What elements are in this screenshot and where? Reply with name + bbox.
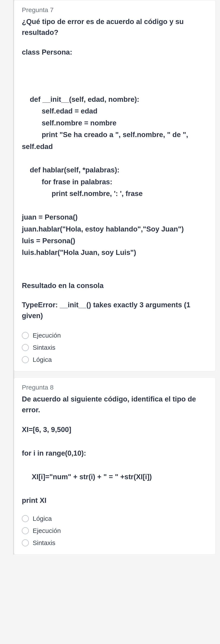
radio-icon xyxy=(22,540,29,546)
option-logica[interactable]: Lógica xyxy=(22,515,208,522)
result-label: Resultado en la consola xyxy=(22,280,208,291)
radio-icon xyxy=(22,344,29,351)
options-group: Lógica Ejecución Sintaxis xyxy=(22,515,208,546)
question-prompt: ¿Qué tipo de error es de acuerdo al códi… xyxy=(22,16,208,38)
radio-icon xyxy=(22,332,29,339)
question-prompt: De acuerdo al siguiente código, identifi… xyxy=(22,394,208,415)
question-card-7: Pregunta 7 ¿Qué tipo de error es de acue… xyxy=(14,0,216,371)
result-text: TypeError: __init__() takes exactly 3 ar… xyxy=(22,300,208,321)
quiz-container: Pregunta 7 ¿Qué tipo de error es de acue… xyxy=(13,0,216,554)
code-block: class Persona: def __init__(self, edad, … xyxy=(22,46,208,258)
radio-icon xyxy=(22,515,29,522)
radio-icon xyxy=(22,527,29,534)
option-label: Lógica xyxy=(33,515,52,522)
option-label: Ejecución xyxy=(33,332,61,339)
option-label: Ejecución xyxy=(33,527,61,534)
option-label: Lógica xyxy=(33,356,52,363)
option-ejecucion[interactable]: Ejecución xyxy=(22,527,208,534)
question-card-8: Pregunta 8 De acuerdo al siguiente códig… xyxy=(14,378,216,554)
code-block: XI=[6, 3, 9,500] for i in range(0,10): X… xyxy=(22,424,208,506)
option-sintaxis[interactable]: Sintaxis xyxy=(22,539,208,546)
option-sintaxis[interactable]: Sintaxis xyxy=(22,344,208,351)
radio-icon xyxy=(22,356,29,363)
option-ejecucion[interactable]: Ejecución xyxy=(22,332,208,339)
question-number: Pregunta 7 xyxy=(22,6,208,14)
option-label: Sintaxis xyxy=(33,344,55,351)
option-logica[interactable]: Lógica xyxy=(22,356,208,363)
option-label: Sintaxis xyxy=(33,539,55,546)
options-group: Ejecución Sintaxis Lógica xyxy=(22,332,208,363)
question-number: Pregunta 8 xyxy=(22,384,208,391)
